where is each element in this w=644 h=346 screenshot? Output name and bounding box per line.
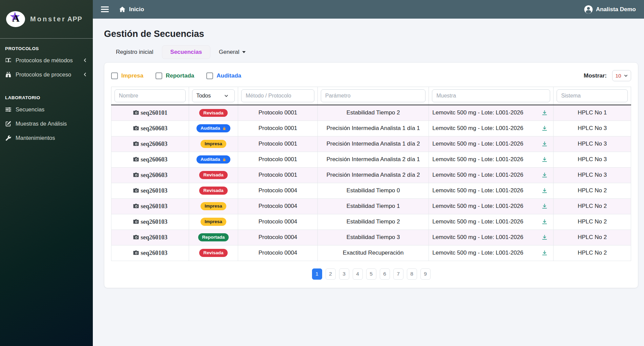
book-icon [5,57,16,64]
app-logo-icon: ★ A [6,11,25,27]
sidebar-item-mantenimientos[interactable]: Mantenimientos [0,131,93,145]
sample-name: Lemovitc 500 mg - Lote: L001-2026 [432,109,539,116]
camera-icon [132,110,140,116]
status-badge: Impresa [201,218,226,226]
chevron-down-icon [624,73,628,78]
page-button-6[interactable]: 6 [380,268,390,280]
brand[interactable]: ★ A MonsterAPP [0,0,93,39]
system-cell: HPLC No 3 [554,121,631,136]
protocol-cell: Protocolo 0001 [238,136,318,152]
sequences-table: seq260101 Revisada Protocolo 0001 Estabi… [111,87,631,261]
table-row: seq260103 Revisada Protocolo 0004 Estabi… [111,183,631,198]
sequences-card: Impresa Reportada Auditada Mostrar: 10 [104,62,638,288]
user-menu[interactable]: Analista Demo [584,5,636,14]
binoculars-icon [5,71,16,78]
filter-nombre-input[interactable] [115,89,186,102]
checkbox-box[interactable] [155,72,162,79]
brand-name: MonsterAPP [30,15,82,23]
system-cell: HPLC No 2 [554,198,631,214]
download-icon[interactable] [539,203,550,210]
page-button-5[interactable]: 5 [366,268,376,280]
checkbox-box[interactable] [206,72,213,79]
download-icon[interactable] [539,219,550,225]
sample-name: Lemovitc 500 mg - Lote: L001-2026 [432,203,539,210]
protocol-cell: Protocolo 0004 [238,198,318,214]
page-size-control: Mostrar: 10 [584,70,631,81]
page-button-1[interactable]: 1 [312,268,322,280]
sequence-name: seq260103 [141,187,167,194]
download-icon[interactable] [539,234,550,241]
page-size-select[interactable]: 10 [612,70,631,81]
download-icon[interactable] [539,172,550,178]
filter-row [111,87,631,105]
sidebar-item-muestras-de-analisis[interactable]: Muestras de Análisis [0,116,93,131]
protocol-cell: Protocolo 0004 [238,183,318,198]
download-icon[interactable] [539,188,550,194]
filter-estado-select[interactable] [192,89,235,102]
checkbox-label: Auditada [216,72,241,79]
download-icon[interactable] [539,125,550,132]
tab-general[interactable]: General [210,45,254,59]
lock-icon [222,126,226,131]
sidebar-item-secuencias[interactable]: Secuencias [0,102,93,116]
filter-parametro-input[interactable] [321,89,425,102]
download-icon[interactable] [539,156,550,163]
download-icon[interactable] [539,141,550,147]
camera-icon [132,234,140,240]
filter-sistema-input[interactable] [557,89,628,102]
sidebar-item-protocolos-de-metodos[interactable]: Protocolos de métodos [0,53,93,67]
download-icon[interactable] [539,110,550,116]
bars-icon [101,6,109,13]
breadcrumb[interactable]: Inicio [119,6,144,13]
sidebar-section-title: PROTOCOLOS [0,46,93,51]
page-button-3[interactable]: 3 [339,268,349,280]
checkbox-label: Impresa [121,72,143,79]
tab-registro-inicial[interactable]: Registro inicial [107,45,162,59]
checkbox-impresa[interactable]: Impresa [111,72,143,79]
wrench-icon [5,135,16,141]
download-icon[interactable] [539,250,550,256]
camera-icon [132,125,140,131]
filter-metodo-input[interactable] [241,89,314,102]
parameter-cell: Estabilidad Tiempo 1 [317,198,429,214]
parameter-cell: Precisión Intermedia Analista 2 día 1 [317,152,429,167]
show-label: Mostrar: [584,72,607,79]
table-row: seq260101 Revisada Protocolo 0001 Estabi… [111,105,631,121]
page-button-9[interactable]: 9 [420,268,431,280]
sample-name: Lemovitc 500 mg - Lote: L001-2026 [432,140,539,147]
sequence-name: seq260603 [141,172,167,179]
user-avatar-icon [584,5,593,14]
system-cell: HPLC No 2 [554,183,631,198]
protocol-cell: Protocolo 0001 [238,152,318,167]
parameter-cell: Precisión Intermedia Analista 2 día 2 [317,167,429,183]
menu-toggle-button[interactable] [101,6,109,13]
table-row: seq260603 Auditada Protocolo 0001 Precis… [111,121,631,136]
home-icon [119,6,126,13]
page-button-8[interactable]: 8 [407,268,417,280]
table-row: seq260103 Revisada Protocolo 0004 Exacti… [111,245,631,261]
sample-name: Lemovitc 500 mg - Lote: L001-2026 [432,172,539,178]
filter-muestra-input[interactable] [432,89,550,102]
checkbox-reportada[interactable]: Reportada [155,72,194,79]
sequence-name: seq260103 [141,218,167,225]
sidebar-section-title: LABORATORIO [0,95,93,100]
checkbox-box[interactable] [111,72,118,79]
sample-name: Lemovitc 500 mg - Lote: L001-2026 [432,234,539,241]
page-button-4[interactable]: 4 [353,268,363,280]
pagination: 123456789 [111,268,631,280]
status-badge: Auditada [196,155,230,164]
system-cell: HPLC No 2 [554,214,631,230]
tab-secuencias[interactable]: Secuencias [162,45,211,59]
sequence-name: seq260603 [141,140,167,148]
protocol-cell: Protocolo 0001 [238,105,318,121]
checkbox-auditada[interactable]: Auditada [206,72,241,79]
page-size-value: 10 [615,73,621,79]
parameter-cell: Precisión Intermedia Analista 1 día 1 [317,121,429,136]
lock-icon [222,157,226,162]
page-button-2[interactable]: 2 [326,268,336,280]
sidebar-item-protocolos-de-proceso[interactable]: Protocolos de proceso [0,67,93,82]
sample-name: Lemovitc 500 mg - Lote: L001-2026 [432,156,539,163]
page-button-7[interactable]: 7 [393,268,403,280]
camera-icon [132,188,140,194]
sequence-name: seq260603 [141,125,167,132]
